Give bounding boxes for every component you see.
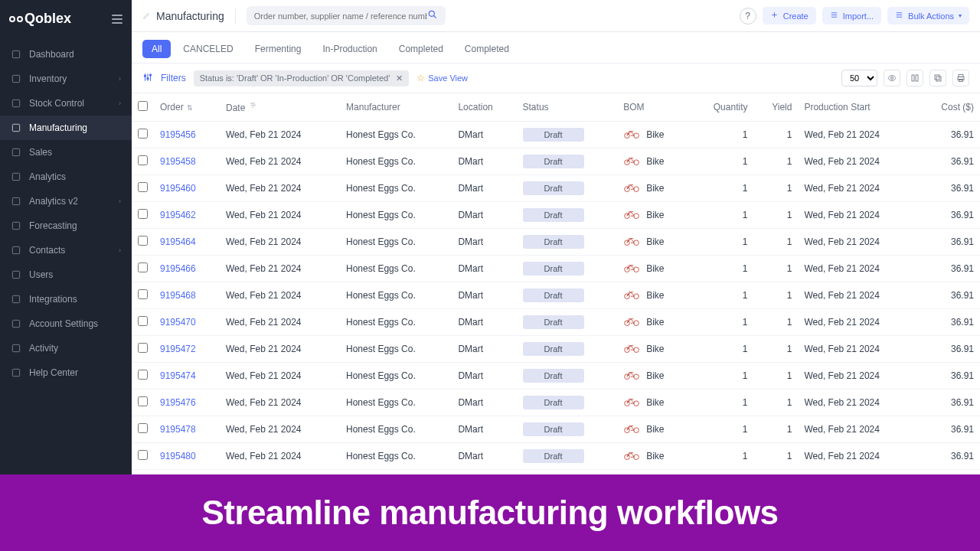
- tab-fermenting[interactable]: Fermenting: [246, 40, 311, 58]
- table-row[interactable]: 9195476Wed, Feb 21 2024Honest Eggs Co.DM…: [132, 390, 980, 416]
- col-bom[interactable]: BOM: [617, 93, 690, 122]
- row-checkbox[interactable]: [138, 155, 148, 165]
- bom-cell[interactable]: Bike: [623, 396, 684, 409]
- table-wrap[interactable]: Order⇅ Date Manufacturer Location Status…: [132, 93, 980, 474]
- bom-cell[interactable]: Bike: [623, 262, 684, 276]
- col-order[interactable]: Order⇅: [154, 93, 220, 122]
- tab-all[interactable]: All: [142, 40, 171, 58]
- order-link[interactable]: 9195456: [160, 129, 196, 140]
- order-link[interactable]: 9195468: [160, 290, 196, 301]
- bom-cell[interactable]: Bike: [623, 236, 684, 249]
- sidebar-item-forecasting[interactable]: Forecasting: [0, 214, 132, 238]
- help-button[interactable]: ?: [740, 8, 756, 24]
- row-checkbox[interactable]: [138, 209, 148, 219]
- order-link[interactable]: 9195478: [160, 424, 196, 435]
- table-row[interactable]: 9195470Wed, Feb 21 2024Honest Eggs Co.DM…: [132, 309, 980, 336]
- table-row[interactable]: 9195472Wed, Feb 21 2024Honest Eggs Co.DM…: [132, 336, 980, 363]
- order-link[interactable]: 9195474: [160, 370, 196, 381]
- sidebar-item-inventory[interactable]: Inventory›: [0, 67, 132, 91]
- table-row[interactable]: 9195458Wed, Feb 21 2024Honest Eggs Co.DM…: [132, 148, 980, 175]
- filters-label[interactable]: Filters: [161, 73, 186, 83]
- table-row[interactable]: 9195460Wed, Feb 21 2024Honest Eggs Co.DM…: [132, 175, 980, 202]
- col-date[interactable]: Date: [220, 93, 340, 122]
- select-all-checkbox[interactable]: [138, 101, 148, 111]
- order-link[interactable]: 9195466: [160, 263, 196, 274]
- sidebar-item-analytics-v2[interactable]: Analytics v2›: [0, 189, 132, 214]
- order-link[interactable]: 9195476: [160, 397, 196, 408]
- order-link[interactable]: 9195464: [160, 236, 196, 247]
- sidebar-item-stock-control[interactable]: Stock Control›: [0, 91, 132, 116]
- bom-cell[interactable]: Bike: [623, 129, 684, 142]
- order-link[interactable]: 9195470: [160, 317, 196, 328]
- row-checkbox[interactable]: [138, 262, 148, 272]
- bom-cell[interactable]: Bike: [623, 343, 684, 356]
- row-checkbox[interactable]: [138, 289, 148, 299]
- menu-toggle-icon[interactable]: [112, 15, 122, 24]
- sidebar-item-users[interactable]: Users: [0, 262, 132, 287]
- table-row[interactable]: 9195462Wed, Feb 21 2024Honest Eggs Co.DM…: [132, 202, 980, 229]
- order-link[interactable]: 9195480: [160, 451, 196, 461]
- col-location[interactable]: Location: [452, 93, 516, 122]
- row-checkbox[interactable]: [138, 316, 148, 326]
- search-box[interactable]: [247, 6, 446, 25]
- sidebar-item-activity[interactable]: Activity: [0, 336, 132, 360]
- close-icon[interactable]: ✕: [396, 73, 403, 83]
- bom-cell[interactable]: Bike: [623, 289, 684, 302]
- search-icon[interactable]: [427, 9, 438, 22]
- table-row[interactable]: 9195474Wed, Feb 21 2024Honest Eggs Co.DM…: [132, 363, 980, 390]
- bom-cell[interactable]: Bike: [623, 209, 684, 222]
- row-checkbox[interactable]: [138, 370, 148, 380]
- row-checkbox[interactable]: [138, 129, 148, 139]
- sidebar-item-sales[interactable]: Sales: [0, 140, 132, 165]
- search-input[interactable]: [254, 11, 427, 21]
- table-row[interactable]: 9195466Wed, Feb 21 2024Honest Eggs Co.DM…: [132, 256, 980, 282]
- row-checkbox[interactable]: [138, 343, 148, 353]
- logo[interactable]: Qoblex: [9, 11, 71, 27]
- tab-completed[interactable]: Completed: [390, 40, 452, 58]
- order-link[interactable]: 9195472: [160, 344, 196, 354]
- copy-button[interactable]: [929, 70, 946, 86]
- save-view-button[interactable]: ☆ Save View: [416, 73, 468, 83]
- sidebar-item-help-center[interactable]: Help Center: [0, 360, 132, 385]
- order-link[interactable]: 9195460: [160, 183, 196, 194]
- import-button[interactable]: Import...: [822, 7, 881, 24]
- order-link[interactable]: 9195458: [160, 156, 196, 167]
- bom-cell[interactable]: Bike: [623, 182, 684, 195]
- tab-canceled[interactable]: CANCELED: [174, 40, 242, 58]
- row-checkbox[interactable]: [138, 182, 148, 192]
- visibility-button[interactable]: [884, 70, 900, 86]
- bom-cell[interactable]: Bike: [623, 450, 684, 463]
- sidebar-item-integrations[interactable]: Integrations: [0, 287, 132, 311]
- bom-cell[interactable]: Bike: [623, 316, 684, 329]
- col-cost[interactable]: Cost ($): [918, 93, 980, 122]
- col-quantity[interactable]: Quantity: [690, 93, 753, 122]
- columns-button[interactable]: [906, 70, 923, 86]
- col-production-start[interactable]: Production Start: [798, 93, 918, 122]
- sidebar-item-dashboard[interactable]: Dashboard: [0, 42, 132, 67]
- tab-in-production[interactable]: In-Production: [313, 40, 386, 58]
- table-row[interactable]: 9195456Wed, Feb 21 2024Honest Eggs Co.DM…: [132, 122, 980, 148]
- sidebar-item-contacts[interactable]: Contacts›: [0, 238, 132, 262]
- create-button[interactable]: Create: [763, 7, 816, 24]
- row-checkbox[interactable]: [138, 423, 148, 433]
- table-row[interactable]: 9195480Wed, Feb 21 2024Honest Eggs Co.DM…: [132, 443, 980, 470]
- filter-icon[interactable]: [142, 72, 153, 85]
- table-row[interactable]: 9195464Wed, Feb 21 2024Honest Eggs Co.DM…: [132, 229, 980, 256]
- col-yield[interactable]: Yield: [753, 93, 798, 122]
- bom-cell[interactable]: Bike: [623, 423, 684, 436]
- row-checkbox[interactable]: [138, 236, 148, 246]
- sidebar-item-account-settings[interactable]: Account Settings: [0, 311, 132, 336]
- bom-cell[interactable]: Bike: [623, 155, 684, 168]
- page-size-select[interactable]: 50: [841, 70, 877, 86]
- bom-cell[interactable]: Bike: [623, 370, 684, 383]
- row-checkbox[interactable]: [138, 396, 148, 406]
- tab-completed[interactable]: Completed: [456, 40, 518, 58]
- bulk-actions-button[interactable]: Bulk Actions ▾: [887, 7, 969, 24]
- order-link[interactable]: 9195462: [160, 210, 196, 220]
- print-button[interactable]: [952, 70, 969, 86]
- row-checkbox[interactable]: [138, 450, 148, 460]
- sidebar-item-manufacturing[interactable]: Manufacturing: [0, 116, 132, 140]
- sidebar-item-analytics[interactable]: Analytics: [0, 165, 132, 189]
- filter-chip[interactable]: Status is: 'Draft' OR 'In-Production' OR…: [194, 70, 410, 86]
- col-manufacturer[interactable]: Manufacturer: [340, 93, 452, 122]
